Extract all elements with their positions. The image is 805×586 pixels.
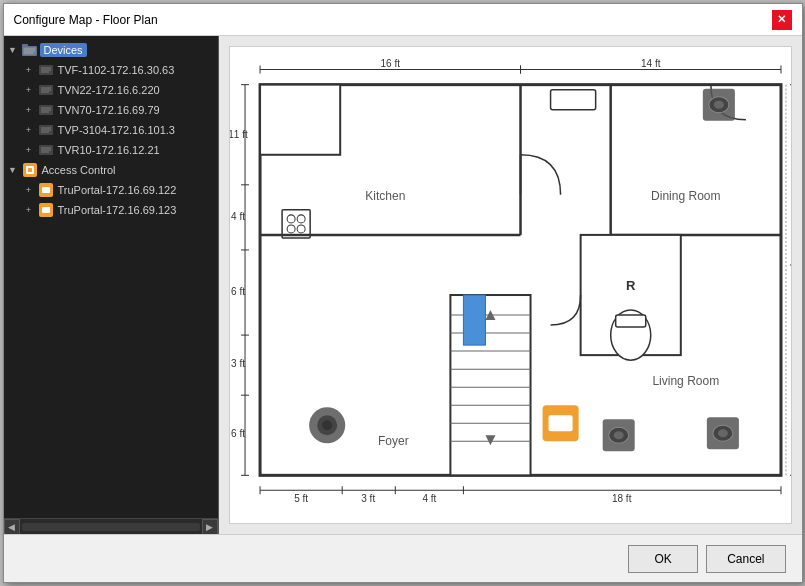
svg-text:18 ft: 18 ft <box>611 493 631 504</box>
map-panel: Kitchen Dining Room Living Room Foyer R … <box>219 36 802 534</box>
svg-rect-59 <box>615 315 645 327</box>
bottom-bar: OK Cancel <box>4 534 802 582</box>
svg-rect-124 <box>548 415 572 431</box>
truportal-1-label: TruPortal-172.16.69.122 <box>58 184 177 196</box>
svg-text:3 ft: 3 ft <box>231 358 245 369</box>
svg-rect-39 <box>450 295 530 475</box>
tvf-label: TVF-1102-172.16.30.63 <box>58 64 175 76</box>
svg-text:4 ft: 4 ft <box>231 211 245 222</box>
svg-text:Living Room: Living Room <box>652 374 719 388</box>
device-icon-tvp <box>38 122 54 138</box>
scroll-track <box>22 523 200 531</box>
tree-item-tvp-3104[interactable]: + TVP-3104-172.16.101.3 <box>4 120 218 140</box>
floor-plan-container: Kitchen Dining Room Living Room Foyer R … <box>229 46 792 524</box>
ac-folder-icon <box>22 162 38 178</box>
expander-tp1: + <box>22 183 36 197</box>
device-icon-tvr10 <box>38 142 54 158</box>
svg-point-113 <box>713 101 723 109</box>
svg-point-119 <box>613 431 623 439</box>
expander-devices: ▼ <box>6 43 20 57</box>
svg-text:6 ft: 6 ft <box>231 428 245 439</box>
tvp-label: TVP-3104-172.16.101.3 <box>58 124 175 136</box>
expander-tvp: + <box>22 123 36 137</box>
tree-item-tvn22[interactable]: + TVN22-172.16.6.220 <box>4 80 218 100</box>
expander-ac: ▼ <box>6 163 20 177</box>
tree-item-tvf-1102[interactable]: + TVF-1102-172.16.30.63 <box>4 60 218 80</box>
tree-item-access-control[interactable]: ▼ Access Control <box>4 160 218 180</box>
expander-tvn70: + <box>22 103 36 117</box>
svg-rect-28 <box>28 168 32 172</box>
svg-text:4 ft: 4 ft <box>422 493 436 504</box>
device-icon-tvf <box>38 62 54 78</box>
ac-device-icon-1 <box>38 182 54 198</box>
svg-text:14 ft: 14 ft <box>641 58 661 69</box>
svg-text:3 ft: 3 ft <box>361 493 375 504</box>
configure-map-dialog: Configure Map - Floor Plan ✕ ▼ <box>3 3 803 583</box>
tree-content: ▼ Devices + <box>4 36 218 518</box>
tree-item-truportal-2[interactable]: + TruPortal-172.16.69.123 <box>4 200 218 220</box>
tree-scrollbar[interactable]: ◀ ▶ <box>4 518 218 534</box>
main-content: ▼ Devices + <box>4 36 802 534</box>
svg-text:6 ft: 6 ft <box>231 286 245 297</box>
ac-label: Access Control <box>42 164 116 176</box>
close-button[interactable]: ✕ <box>772 10 792 30</box>
svg-point-116 <box>717 429 727 437</box>
scroll-right-btn[interactable]: ▶ <box>202 519 218 535</box>
device-icon-tvn70 <box>38 102 54 118</box>
tree-item-devices-root[interactable]: ▼ Devices <box>4 40 218 60</box>
tree-item-truportal-1[interactable]: + TruPortal-172.16.69.122 <box>4 180 218 200</box>
device-icon-tvn22 <box>38 82 54 98</box>
expander-tvr10: + <box>22 143 36 157</box>
tvn22-label: TVN22-172.16.6.220 <box>58 84 160 96</box>
svg-text:Foyer: Foyer <box>377 434 408 448</box>
floor-plan-svg: Kitchen Dining Room Living Room Foyer R … <box>230 47 791 523</box>
expander-tvf: + <box>22 63 36 77</box>
truportal-2-label: TruPortal-172.16.69.123 <box>58 204 177 216</box>
svg-text:R: R <box>626 278 636 293</box>
tvr10-label: TVR10-172.16.12.21 <box>58 144 160 156</box>
svg-rect-30 <box>42 187 50 193</box>
devices-root-label: Devices <box>40 43 87 57</box>
cancel-button[interactable]: Cancel <box>706 545 785 573</box>
expander-tvn22: + <box>22 83 36 97</box>
svg-rect-60 <box>463 295 485 345</box>
ok-button[interactable]: OK <box>628 545 698 573</box>
tree-item-tvn70[interactable]: + TVN70-172.16.69.79 <box>4 100 218 120</box>
svg-point-122 <box>322 420 332 430</box>
dialog-title: Configure Map - Floor Plan <box>14 13 158 27</box>
scroll-left-btn[interactable]: ◀ <box>4 519 20 535</box>
svg-text:11 ft: 11 ft <box>230 129 248 140</box>
ac-device-icon-2 <box>38 202 54 218</box>
title-bar: Configure Map - Floor Plan ✕ <box>4 4 802 36</box>
svg-rect-32 <box>42 207 50 213</box>
tree-item-tvr10[interactable]: + TVR10-172.16.12.21 <box>4 140 218 160</box>
tvn70-label: TVN70-172.16.69.79 <box>58 104 160 116</box>
expander-tp2: + <box>22 203 36 217</box>
svg-text:Kitchen: Kitchen <box>365 189 405 203</box>
svg-text:5 ft: 5 ft <box>294 493 308 504</box>
svg-text:Dining Room: Dining Room <box>651 189 720 203</box>
svg-rect-50 <box>260 85 340 155</box>
svg-text:16 ft: 16 ft <box>380 58 400 69</box>
devices-folder-icon <box>22 42 38 58</box>
tree-panel: ▼ Devices + <box>4 36 219 534</box>
